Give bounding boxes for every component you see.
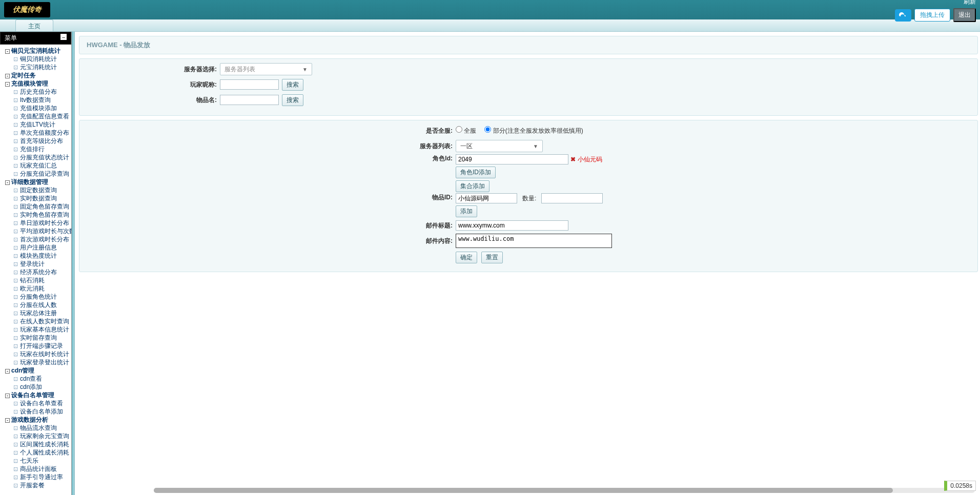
tree-group[interactable]: -定时任务 (3, 71, 71, 79)
scrollbar-thumb[interactable] (154, 488, 893, 493)
tree-item[interactable]: cdn添加 (3, 383, 71, 391)
tree-item[interactable]: 单日游戏时长分布 (3, 219, 71, 227)
role-id-input[interactable] (456, 154, 568, 164)
server-select[interactable]: 服务器列表 ▼ (220, 63, 312, 75)
role-name-display: 小仙元码 (578, 155, 602, 164)
tree-group[interactable]: -cdn管理 (3, 366, 71, 375)
reset-button[interactable]: 重置 (481, 252, 503, 263)
serverlist-select[interactable]: 一区 ▼ (456, 140, 543, 152)
tree-item[interactable]: 实时角色留存查询 (3, 211, 71, 219)
tree-item[interactable]: 固定数据查询 (3, 186, 71, 194)
top-bar: 伏魔传奇 刷新 拖拽上传 退出 (0, 0, 980, 19)
tree-item[interactable]: 七天乐 (3, 457, 71, 465)
tree-item[interactable]: 商品统计面板 (3, 465, 71, 473)
cloud-upload-icon[interactable] (895, 9, 911, 22)
tree-item[interactable]: 实时留存查询 (3, 334, 71, 342)
timing-badge: 0.0258s (944, 481, 976, 491)
radio-allserver[interactable]: 全服 (456, 126, 476, 135)
serverlist-label: 服务器列表: (87, 142, 456, 151)
tree-item[interactable]: 模块热度统计 (3, 252, 71, 260)
tree-item[interactable]: 分服在线人数 (3, 301, 71, 309)
tree-item[interactable]: 钻石消耗 (3, 276, 71, 284)
item-name-input[interactable] (220, 95, 279, 105)
add-role-id-button[interactable]: 角色ID添加 (456, 167, 496, 178)
tree-item[interactable]: 设备白名单查看 (3, 399, 71, 407)
player-nick-label: 玩家昵称: (87, 80, 220, 89)
search-player-button[interactable]: 搜索 (282, 79, 303, 91)
tree-item[interactable]: 玩家总体注册 (3, 309, 71, 317)
vertical-splitter[interactable] (72, 32, 75, 495)
search-item-button[interactable]: 搜索 (282, 94, 303, 106)
tree-item[interactable]: 分服充值状态统计 (3, 153, 71, 161)
quantity-input[interactable] (541, 193, 603, 203)
tree-item[interactable]: 平均游戏时长与次数 (3, 227, 71, 235)
batch-add-button[interactable]: 集合添加 (456, 180, 489, 192)
tree-item[interactable]: 分服充值记录查询 (3, 170, 71, 178)
tab-strip: 主页 (0, 19, 980, 32)
mail-title-label: 邮件标题: (87, 221, 456, 230)
tree-item[interactable]: 打开端步骤记录 (3, 342, 71, 350)
tree-item[interactable]: 物品流水查询 (3, 424, 71, 432)
tree-item[interactable]: 玩家剩余元宝查询 (3, 432, 71, 440)
tree-item[interactable]: 区间属性成长消耗 (3, 440, 71, 448)
page-title: HWGAME - 物品发放 (79, 36, 977, 54)
tree-item[interactable]: 充值LTV统计 (3, 120, 71, 129)
tree-group[interactable]: -充值模块管理 (3, 79, 71, 88)
tree-item[interactable]: 单次充值额度分布 (3, 129, 71, 137)
mail-title-input[interactable] (456, 220, 568, 231)
tree-item[interactable]: 充值排行 (3, 145, 71, 153)
tree-item[interactable]: 首次游戏时长分布 (3, 235, 71, 243)
menu-tree[interactable]: -铜贝元宝消耗统计铜贝消耗统计元宝消耗统计-定时任务-充值模块管理历史充值分布l… (0, 45, 71, 495)
tree-item[interactable]: 元宝消耗统计 (3, 63, 71, 71)
refresh-link[interactable]: 刷新 (964, 0, 976, 6)
tab-home[interactable]: 主页 (15, 19, 53, 31)
item-id-input[interactable] (456, 193, 517, 203)
tree-item[interactable]: 首充等级比分布 (3, 137, 71, 145)
logo-text: 伏魔传奇 (13, 5, 42, 14)
item-name-label: 物品名: (87, 96, 220, 105)
menu-title: 菜单 (5, 34, 17, 43)
tree-group[interactable]: -游戏数据分析 (3, 416, 71, 424)
tree-item[interactable]: 用户注册信息 (3, 243, 71, 252)
allserver-label: 是否全服: (87, 127, 456, 135)
tree-item[interactable]: 登录统计 (3, 260, 71, 268)
tree-item[interactable]: cdn查看 (3, 375, 71, 383)
tree-item[interactable]: 历史充值分布 (3, 88, 71, 96)
tree-item[interactable]: 玩家基本信息统计 (3, 325, 71, 334)
tree-item[interactable]: 个人属性成长消耗 (3, 448, 71, 457)
drag-upload-button[interactable]: 拖拽上传 (914, 9, 950, 22)
tree-item[interactable]: 新手引导通过率 (3, 473, 71, 481)
tree-item[interactable]: 开服套餐 (3, 481, 71, 489)
tree-group[interactable]: -设备白名单管理 (3, 391, 71, 399)
tree-group[interactable]: -铜贝元宝消耗统计 (3, 47, 71, 55)
tree-item[interactable]: ltv数据查询 (3, 96, 71, 104)
tree-item[interactable]: 设备白名单添加 (3, 407, 71, 416)
remove-role-icon[interactable]: ✖ (570, 156, 576, 163)
tree-item[interactable]: 经济系统分布 (3, 268, 71, 276)
item-id-label: 物品ID: (87, 193, 456, 202)
mail-content-input[interactable]: www.wudiliu.com (456, 234, 612, 248)
tree-item[interactable]: 玩家充值汇总 (3, 161, 71, 170)
minimize-icon[interactable]: – (60, 34, 67, 40)
tree-item[interactable]: 铜贝消耗统计 (3, 55, 71, 63)
submit-button[interactable]: 确定 (456, 252, 477, 263)
chevron-down-icon: ▼ (302, 67, 308, 72)
player-nick-input[interactable] (220, 79, 279, 90)
content-area: HWGAME - 物品发放 服务器选择: 服务器列表 ▼ 玩家昵称: (72, 32, 980, 495)
tree-item[interactable]: 欧元消耗 (3, 284, 71, 293)
tree-item[interactable]: 在线人数实时查询 (3, 317, 71, 325)
tree-item[interactable]: 充值配置信息查看 (3, 112, 71, 120)
horizontal-scrollbar[interactable] (154, 488, 975, 493)
tree-item[interactable]: 分服角色统计 (3, 293, 71, 301)
radio-partial[interactable]: 部分(注意全服发放效率很低慎用) (484, 126, 583, 135)
tree-item[interactable]: 玩家在线时长统计 (3, 350, 71, 358)
page-panel: HWGAME - 物品发放 (79, 36, 978, 54)
tree-item[interactable]: 固定角色留存查询 (3, 202, 71, 211)
tree-item[interactable]: 充值模块添加 (3, 104, 71, 112)
add-item-button[interactable]: 添加 (456, 205, 477, 217)
exit-button[interactable]: 退出 (953, 8, 976, 22)
tree-item[interactable]: 实时数据查询 (3, 194, 71, 202)
menu-header: 菜单 – (0, 32, 71, 45)
tree-item[interactable]: 玩家登录登出统计 (3, 358, 71, 366)
tree-group[interactable]: -详细数据管理 (3, 178, 71, 186)
